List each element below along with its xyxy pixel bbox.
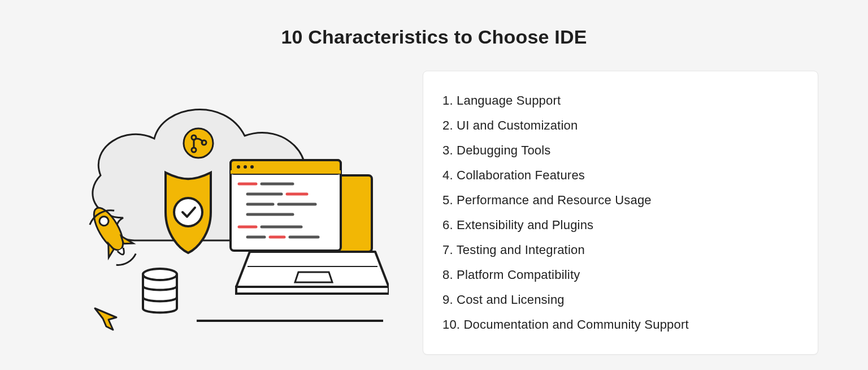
content-row: 1. Language Support 2. UI and Customizat… <box>0 71 868 355</box>
list-item: 9. Cost and Licensing <box>442 287 798 312</box>
svg-point-27 <box>143 269 177 280</box>
illustration-svg <box>50 71 389 342</box>
list-item: 6. Extensibility and Plugins <box>442 213 798 238</box>
list-item: 10. Documentation and Community Support <box>442 312 798 337</box>
cursor-arrow-icon <box>95 308 116 330</box>
page-title: 10 Characteristics to Choose IDE <box>0 0 868 48</box>
characteristics-card: 1. Language Support 2. UI and Customizat… <box>423 71 818 355</box>
list-item: 5. Performance and Resource Usage <box>442 188 798 213</box>
list-item: 2. UI and Customization <box>442 113 798 138</box>
list-item: 4. Collaboration Features <box>442 163 798 188</box>
svg-point-12 <box>237 165 240 169</box>
code-window-icon <box>231 160 341 251</box>
svg-point-13 <box>244 165 247 169</box>
svg-point-4 <box>174 198 202 226</box>
list-item: 8. Platform Compatibility <box>442 263 798 287</box>
list-item: 1. Language Support <box>442 88 798 113</box>
list-item: 3. Debugging Tools <box>442 138 798 163</box>
svg-point-0 <box>184 128 213 158</box>
svg-rect-11 <box>231 170 341 174</box>
list-item: 7. Testing and Integration <box>442 238 798 263</box>
git-badge-icon <box>184 128 213 158</box>
svg-point-14 <box>250 165 254 169</box>
illustration <box>50 71 389 342</box>
database-icon <box>143 269 177 313</box>
